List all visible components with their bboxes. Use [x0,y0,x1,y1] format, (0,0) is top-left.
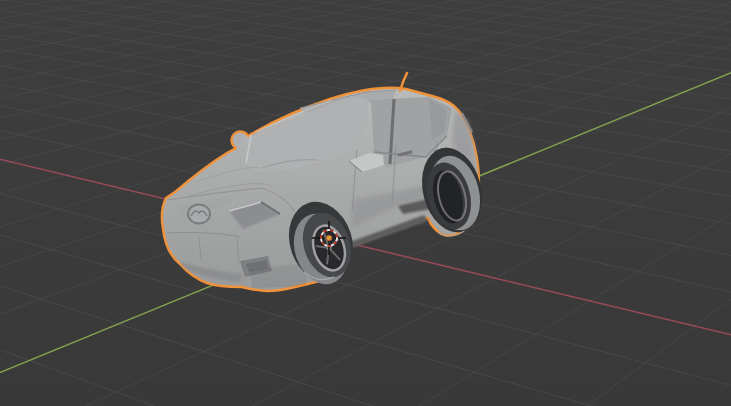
cursor-center-dot [326,235,332,241]
car-logo [188,205,210,224]
viewport-3d[interactable] [0,0,731,406]
car-mirror-far [234,134,244,144]
viewport-canvas[interactable] [0,0,731,406]
